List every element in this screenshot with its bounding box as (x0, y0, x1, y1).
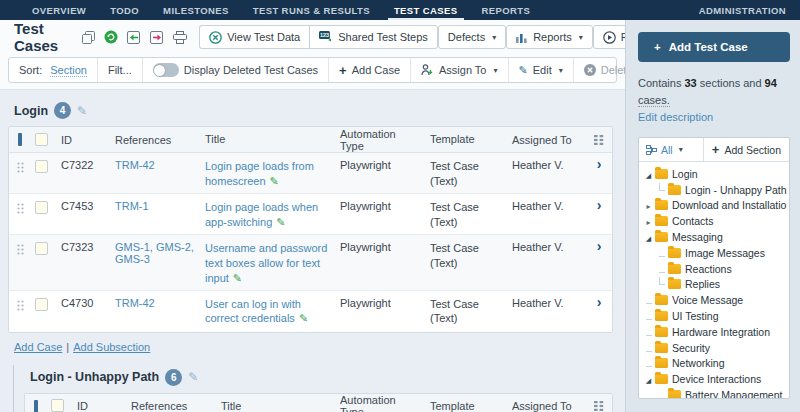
collapsed-caret-icon[interactable]: ▸ (646, 202, 650, 211)
edit-description-link[interactable]: Edit description (638, 111, 790, 123)
edit-dropdown[interactable]: ✎ Edit ▾ (509, 58, 574, 82)
reports-dropdown[interactable]: Reports ▾ (506, 25, 593, 49)
add-section-button[interactable]: + Add Section (703, 138, 789, 161)
tree-item-device-interactions[interactable]: ◢Device Interactions (643, 371, 787, 387)
case-references-link[interactable]: TRM-42 (111, 159, 201, 171)
tree-label: UI Testing (672, 310, 719, 322)
edit-note-icon[interactable]: ✎ (270, 175, 279, 187)
nav-milestones[interactable]: MILESTONES (151, 0, 241, 20)
tree-item-login-unhappy-path[interactable]: Login - Unhappy Path (643, 182, 787, 198)
tree-item-messaging[interactable]: ◢Messaging (643, 229, 787, 245)
case-references-link[interactable]: GMS-1, GMS-2, GMS-3 (111, 241, 201, 265)
assign-to-dropdown[interactable]: Assign To ▾ (411, 58, 509, 82)
cases-table: ID References Title Automation Type Temp… (8, 126, 613, 333)
case-id: C7323 (57, 241, 111, 253)
case-title-link[interactable]: Login page loads from homescreen (205, 160, 314, 187)
edit-note-icon[interactable]: ✎ (233, 272, 242, 284)
sort-control[interactable]: Sort: Section (9, 58, 98, 82)
folder-icon (655, 343, 668, 353)
import-icon[interactable] (127, 31, 141, 44)
grid-icon[interactable] (594, 135, 604, 145)
select-bar-icon[interactable] (18, 133, 22, 146)
cases-table: ID References Title Automation Type Temp… (24, 393, 613, 412)
tree-item-login[interactable]: ◢Login (643, 166, 787, 182)
select-all-checkbox[interactable] (35, 133, 48, 146)
collapsed-caret-icon[interactable]: ▸ (646, 218, 650, 227)
chevron-right-icon[interactable]: › (597, 241, 602, 251)
grid-icon[interactable] (594, 401, 604, 411)
row-checkbox[interactable] (35, 201, 48, 214)
tree-item-download-and-installation[interactable]: ▸Download and Installation (643, 198, 787, 214)
tree-item-reactions[interactable]: Reactions (643, 261, 787, 277)
edit-note-icon[interactable]: ✎ (299, 312, 308, 324)
assigned-to: Heather V. (508, 200, 586, 212)
section-title: Login (14, 104, 48, 118)
select-all-checkbox[interactable] (51, 399, 64, 412)
print-icon[interactable] (173, 31, 187, 44)
export-icon[interactable] (150, 31, 164, 44)
table-row[interactable]: C7323 GMS-1, GMS-2, GMS-3 Username and p… (9, 235, 612, 291)
expanded-caret-icon[interactable]: ◢ (646, 377, 651, 384)
tree-item-contacts[interactable]: ▸Contacts (643, 213, 787, 229)
case-references-link[interactable]: TRM-42 (111, 297, 201, 309)
drag-handle-icon[interactable] (17, 162, 24, 173)
add-case-button[interactable]: + Add Case (329, 58, 411, 82)
chevron-right-icon[interactable]: › (597, 297, 602, 307)
defects-dropdown[interactable]: Defects ▾ (438, 25, 506, 49)
case-title-link[interactable]: Username and password text boxes allow f… (205, 242, 327, 284)
row-checkbox[interactable] (35, 298, 48, 311)
defects-label: Defects (448, 31, 485, 43)
add-subsection-link[interactable]: Add Subsection (73, 341, 150, 353)
nav-todo[interactable]: TODO (98, 0, 151, 20)
drag-handle-icon[interactable] (17, 203, 24, 214)
drag-handle-icon[interactable] (17, 244, 24, 255)
tree-item-networking[interactable]: Networking (643, 356, 787, 372)
add-case-link[interactable]: Add Case (14, 341, 62, 353)
filter-control[interactable]: Filt... (98, 58, 143, 82)
folder-icon (655, 216, 668, 226)
tree-item-replies[interactable]: Replies (643, 277, 787, 293)
table-row[interactable]: C7453 TRM-1 Login page loads when app-sw… (9, 194, 612, 235)
expanded-caret-icon[interactable]: ◢ (646, 235, 651, 242)
nav-test-cases[interactable]: TEST CASES (382, 0, 470, 20)
case-title-link[interactable]: User can log in with correct credentials (205, 298, 301, 325)
edit-note-icon[interactable]: ✎ (276, 216, 285, 228)
tree-filter-dropdown[interactable]: All ▾ (639, 138, 703, 161)
drag-handle-icon[interactable] (17, 300, 24, 311)
expanded-caret-icon[interactable]: ◢ (646, 172, 651, 179)
select-bar-icon[interactable] (34, 400, 38, 412)
nav-overview[interactable]: OVERVIEW (20, 0, 98, 20)
automation-type: Playwright (336, 297, 426, 309)
tree-item-hardware-integration[interactable]: Hardware Integration (643, 324, 787, 340)
table-row[interactable]: C7322 TRM-42 Login page loads from homes… (9, 153, 612, 194)
section-edit-icon[interactable]: ✎ (77, 104, 87, 118)
section-edit-icon[interactable]: ✎ (188, 370, 198, 384)
sync-icon[interactable] (104, 30, 118, 44)
display-deleted-toggle[interactable] (153, 63, 179, 77)
tree-item-security[interactable]: Security (643, 340, 787, 356)
tree-item-voice-message[interactable]: Voice Message (643, 292, 787, 308)
view-test-data-button[interactable]: View Test Data (199, 25, 309, 49)
row-checkbox[interactable] (35, 160, 48, 173)
tree-item-image-messages[interactable]: Image Messages (643, 245, 787, 261)
add-test-case-button[interactable]: + Add Test Case (638, 32, 790, 62)
nav-test-runs[interactable]: TEST RUNS & RESULTS (241, 0, 382, 20)
row-checkbox[interactable] (35, 242, 48, 255)
case-title-link[interactable]: Login page loads when app-switching (205, 201, 318, 228)
nav-reports[interactable]: REPORTS (470, 0, 543, 20)
case-references-link[interactable]: TRM-1 (111, 200, 201, 212)
sort-value-link[interactable]: Section (50, 64, 87, 77)
duplicate-icon[interactable] (82, 31, 95, 44)
table-row[interactable]: C4730 TRM-42 User can log in with correc… (9, 291, 612, 332)
col-title: Title (201, 132, 336, 147)
folder-icon (655, 169, 668, 179)
chevron-right-icon[interactable]: › (597, 200, 602, 210)
section-login-unhappy-path: Login - Unhappy Path 6 ✎ ID References T… (13, 365, 613, 412)
tree-item-battery-management[interactable]: Battery Management (643, 387, 787, 399)
edit-pencil-icon: ✎ (519, 64, 528, 77)
chevron-right-icon[interactable]: › (597, 159, 602, 169)
tree-item-ui-testing[interactable]: UI Testing (643, 308, 787, 324)
nav-administration[interactable]: ADMINISTRATION (699, 0, 800, 20)
add-test-case-label: Add Test Case (669, 41, 748, 53)
shared-test-steps-button[interactable]: 123 Shared Test Steps (309, 25, 438, 49)
